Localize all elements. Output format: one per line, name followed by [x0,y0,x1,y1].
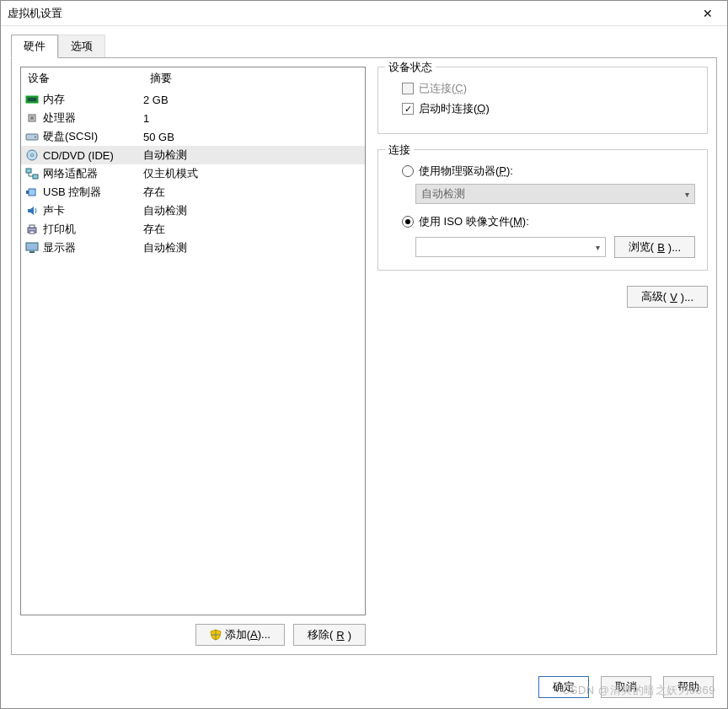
group-legend: 设备状态 [385,60,436,75]
col-summary: 摘要 [143,67,365,89]
svg-rect-13 [29,225,35,228]
svg-rect-15 [26,243,38,250]
remove-button[interactable]: 移除(R) [293,624,366,646]
svg-rect-16 [29,251,35,253]
usb-icon [24,185,40,199]
window-title: 虚拟机设置 [8,6,688,21]
device-summary: 自动检测 [143,148,365,163]
device-row-display[interactable]: 显示器 自动检测 [21,239,365,257]
iso-radio-row[interactable]: 使用 ISO 映像文件(M): [402,214,695,229]
device-summary: 50 GB [143,131,365,143]
close-icon[interactable]: ✕ [688,1,727,26]
tab-hardware[interactable]: 硬件 [11,35,58,58]
device-summary: 1 [143,112,365,125]
use-physical-radio[interactable] [402,165,414,177]
device-name: CD/DVD (IDE) [40,149,143,162]
svg-rect-9 [33,175,38,179]
device-row-cd[interactable]: CD/DVD (IDE) 自动检测 [21,146,365,164]
device-summary: 2 GB [143,94,365,106]
svg-rect-8 [26,169,31,173]
titlebar: 虚拟机设置 ✕ [1,1,727,26]
svg-point-7 [31,154,34,157]
device-row-network[interactable]: 网络适配器 仅主机模式 [21,164,365,183]
col-device: 设备 [21,67,143,89]
printer-icon [24,223,40,236]
cancel-button[interactable]: 取消 [601,676,651,698]
connected-checkbox [402,83,414,94]
left-button-row: 添加(A)... 移除(R) [20,615,366,646]
device-row-memory[interactable]: 内存 2 GB [21,90,365,109]
browse-button[interactable]: 浏览(B)... [614,236,695,258]
left-pane: 设备 摘要 内存 2 GB 处理器 1 硬盘(SCSI) 50 GB [20,67,366,646]
svg-rect-10 [29,189,35,196]
display-icon [24,241,40,255]
device-summary: 自动检测 [143,203,365,218]
device-name: 显示器 [40,240,143,255]
iso-path-row: ▾ 浏览(B)... [415,236,695,258]
device-row-sound[interactable]: 声卡 自动检测 [21,201,365,220]
device-row-cpu[interactable]: 处理器 1 [21,109,365,127]
advanced-row: 高级(V)... [377,286,708,308]
device-name: 打印机 [40,222,143,237]
cd-icon [24,148,40,162]
physical-drive-combo: 自动检测 ▾ [415,184,695,204]
shield-icon [210,629,222,641]
tab-options[interactable]: 选项 [58,35,105,58]
connect-at-poweron-checkbox[interactable] [402,103,414,115]
tab-bar: 硬件 选项 [1,26,727,58]
svg-rect-3 [30,116,34,120]
ok-button[interactable]: 确定 [538,676,589,698]
sound-icon [24,204,40,218]
iso-path-combo[interactable]: ▾ [415,237,606,257]
content-panel: 设备 摘要 内存 2 GB 处理器 1 硬盘(SCSI) 50 GB [11,57,717,655]
device-name: 网络适配器 [40,166,143,181]
device-summary: 存在 [143,185,365,200]
group-legend: 连接 [385,142,414,158]
device-name: 处理器 [40,110,143,126]
svg-rect-11 [26,191,29,194]
use-iso-radio[interactable] [402,216,414,228]
device-name: 硬盘(SCSI) [40,129,143,144]
device-list[interactable]: 设备 摘要 内存 2 GB 处理器 1 硬盘(SCSI) 50 GB [20,67,366,615]
device-summary: 自动检测 [143,240,365,255]
connection-group: 连接 使用物理驱动器(P): 自动检测 ▾ 使用 ISO 映像文件(M): [377,149,708,271]
memory-icon [24,93,40,106]
device-status-group: 设备状态 已连接(C) 启动时连接(O) [377,67,708,134]
device-summary: 仅主机模式 [143,166,365,181]
connect-at-poweron-row[interactable]: 启动时连接(O) [402,101,695,116]
right-pane: 设备状态 已连接(C) 启动时连接(O) 连接 使用物理驱动器(P): [374,67,708,646]
physical-radio-row[interactable]: 使用物理驱动器(P): [402,164,695,179]
hdd-icon [24,130,40,143]
device-name: USB 控制器 [40,185,143,200]
device-row-printer[interactable]: 打印机 存在 [21,220,365,239]
settings-window: 虚拟机设置 ✕ 硬件 选项 设备 摘要 内存 2 GB 处理器 [0,0,728,709]
device-name: 声卡 [40,203,143,218]
device-list-header: 设备 摘要 [21,67,365,90]
device-summary: 存在 [143,222,365,237]
add-button[interactable]: 添加(A)... [195,624,285,646]
connected-row: 已连接(C) [402,81,695,96]
svg-rect-1 [28,98,36,101]
network-icon [24,167,40,180]
device-name: 内存 [40,92,143,107]
svg-rect-14 [29,231,35,234]
device-row-hdd[interactable]: 硬盘(SCSI) 50 GB [21,127,365,146]
advanced-button[interactable]: 高级(V)... [627,286,708,308]
cpu-icon [24,111,40,125]
combo-value: 自动检测 [421,186,465,201]
chevron-down-icon: ▾ [685,190,689,199]
svg-point-5 [35,137,36,138]
device-row-usb[interactable]: USB 控制器 存在 [21,183,365,201]
footer: 确定 取消 帮助 CSDN @清爽的暗之妖刀0369 [1,665,727,708]
chevron-down-icon[interactable]: ▾ [596,243,600,252]
help-button[interactable]: 帮助 [663,676,714,698]
